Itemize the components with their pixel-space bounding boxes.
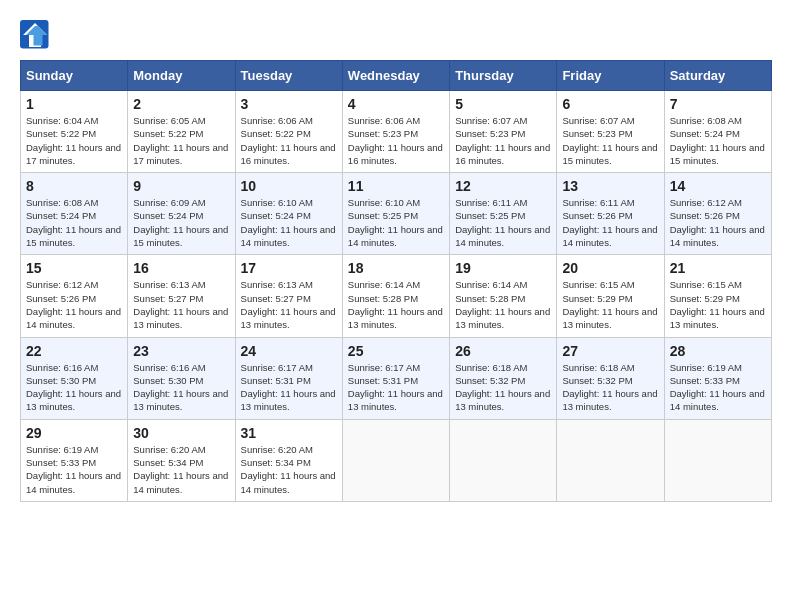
day-info: Sunrise: 6:14 AM Sunset: 5:28 PM Dayligh… (348, 278, 444, 331)
day-number: 19 (455, 260, 551, 276)
calendar-day-cell: 20 Sunrise: 6:15 AM Sunset: 5:29 PM Dayl… (557, 255, 664, 337)
day-number: 30 (133, 425, 229, 441)
day-number: 8 (26, 178, 122, 194)
weekday-header: Tuesday (235, 61, 342, 91)
calendar-day-cell: 23 Sunrise: 6:16 AM Sunset: 5:30 PM Dayl… (128, 337, 235, 419)
day-info: Sunrise: 6:11 AM Sunset: 5:26 PM Dayligh… (562, 196, 658, 249)
day-number: 25 (348, 343, 444, 359)
day-info: Sunrise: 6:06 AM Sunset: 5:23 PM Dayligh… (348, 114, 444, 167)
calendar-day-cell: 11 Sunrise: 6:10 AM Sunset: 5:25 PM Dayl… (342, 173, 449, 255)
day-info: Sunrise: 6:06 AM Sunset: 5:22 PM Dayligh… (241, 114, 337, 167)
calendar-day-cell: 12 Sunrise: 6:11 AM Sunset: 5:25 PM Dayl… (450, 173, 557, 255)
day-number: 17 (241, 260, 337, 276)
day-number: 31 (241, 425, 337, 441)
day-number: 7 (670, 96, 766, 112)
calendar-week-row: 22 Sunrise: 6:16 AM Sunset: 5:30 PM Dayl… (21, 337, 772, 419)
day-info: Sunrise: 6:16 AM Sunset: 5:30 PM Dayligh… (133, 361, 229, 414)
day-number: 15 (26, 260, 122, 276)
day-info: Sunrise: 6:08 AM Sunset: 5:24 PM Dayligh… (670, 114, 766, 167)
day-info: Sunrise: 6:19 AM Sunset: 5:33 PM Dayligh… (670, 361, 766, 414)
day-info: Sunrise: 6:11 AM Sunset: 5:25 PM Dayligh… (455, 196, 551, 249)
calendar-day-cell (664, 419, 771, 501)
calendar-day-cell: 31 Sunrise: 6:20 AM Sunset: 5:34 PM Dayl… (235, 419, 342, 501)
calendar-day-cell: 16 Sunrise: 6:13 AM Sunset: 5:27 PM Dayl… (128, 255, 235, 337)
logo (20, 20, 54, 50)
day-info: Sunrise: 6:17 AM Sunset: 5:31 PM Dayligh… (241, 361, 337, 414)
day-number: 10 (241, 178, 337, 194)
calendar-day-cell: 19 Sunrise: 6:14 AM Sunset: 5:28 PM Dayl… (450, 255, 557, 337)
day-info: Sunrise: 6:19 AM Sunset: 5:33 PM Dayligh… (26, 443, 122, 496)
weekday-header: Friday (557, 61, 664, 91)
day-number: 27 (562, 343, 658, 359)
day-number: 3 (241, 96, 337, 112)
calendar-day-cell: 5 Sunrise: 6:07 AM Sunset: 5:23 PM Dayli… (450, 91, 557, 173)
day-number: 4 (348, 96, 444, 112)
calendar-day-cell: 25 Sunrise: 6:17 AM Sunset: 5:31 PM Dayl… (342, 337, 449, 419)
calendar-day-cell: 13 Sunrise: 6:11 AM Sunset: 5:26 PM Dayl… (557, 173, 664, 255)
calendar-day-cell: 18 Sunrise: 6:14 AM Sunset: 5:28 PM Dayl… (342, 255, 449, 337)
calendar-day-cell: 10 Sunrise: 6:10 AM Sunset: 5:24 PM Dayl… (235, 173, 342, 255)
day-number: 26 (455, 343, 551, 359)
day-info: Sunrise: 6:20 AM Sunset: 5:34 PM Dayligh… (241, 443, 337, 496)
weekday-header: Sunday (21, 61, 128, 91)
calendar-day-cell (450, 419, 557, 501)
calendar-table: SundayMondayTuesdayWednesdayThursdayFrid… (20, 60, 772, 502)
calendar-day-cell (557, 419, 664, 501)
calendar-day-cell: 1 Sunrise: 6:04 AM Sunset: 5:22 PM Dayli… (21, 91, 128, 173)
day-info: Sunrise: 6:09 AM Sunset: 5:24 PM Dayligh… (133, 196, 229, 249)
day-number: 24 (241, 343, 337, 359)
day-info: Sunrise: 6:04 AM Sunset: 5:22 PM Dayligh… (26, 114, 122, 167)
day-info: Sunrise: 6:18 AM Sunset: 5:32 PM Dayligh… (562, 361, 658, 414)
weekday-header: Wednesday (342, 61, 449, 91)
calendar-week-row: 15 Sunrise: 6:12 AM Sunset: 5:26 PM Dayl… (21, 255, 772, 337)
day-info: Sunrise: 6:08 AM Sunset: 5:24 PM Dayligh… (26, 196, 122, 249)
day-number: 14 (670, 178, 766, 194)
weekday-header: Thursday (450, 61, 557, 91)
calendar-day-cell: 6 Sunrise: 6:07 AM Sunset: 5:23 PM Dayli… (557, 91, 664, 173)
day-info: Sunrise: 6:15 AM Sunset: 5:29 PM Dayligh… (670, 278, 766, 331)
calendar-header: SundayMondayTuesdayWednesdayThursdayFrid… (21, 61, 772, 91)
day-info: Sunrise: 6:18 AM Sunset: 5:32 PM Dayligh… (455, 361, 551, 414)
day-info: Sunrise: 6:20 AM Sunset: 5:34 PM Dayligh… (133, 443, 229, 496)
day-number: 12 (455, 178, 551, 194)
calendar-day-cell: 30 Sunrise: 6:20 AM Sunset: 5:34 PM Dayl… (128, 419, 235, 501)
calendar-day-cell: 29 Sunrise: 6:19 AM Sunset: 5:33 PM Dayl… (21, 419, 128, 501)
logo-icon (20, 20, 50, 50)
day-number: 16 (133, 260, 229, 276)
calendar-day-cell: 17 Sunrise: 6:13 AM Sunset: 5:27 PM Dayl… (235, 255, 342, 337)
day-info: Sunrise: 6:10 AM Sunset: 5:24 PM Dayligh… (241, 196, 337, 249)
day-number: 5 (455, 96, 551, 112)
day-info: Sunrise: 6:07 AM Sunset: 5:23 PM Dayligh… (455, 114, 551, 167)
calendar-body: 1 Sunrise: 6:04 AM Sunset: 5:22 PM Dayli… (21, 91, 772, 502)
day-info: Sunrise: 6:13 AM Sunset: 5:27 PM Dayligh… (241, 278, 337, 331)
day-number: 20 (562, 260, 658, 276)
calendar-day-cell: 4 Sunrise: 6:06 AM Sunset: 5:23 PM Dayli… (342, 91, 449, 173)
calendar-day-cell: 26 Sunrise: 6:18 AM Sunset: 5:32 PM Dayl… (450, 337, 557, 419)
day-number: 22 (26, 343, 122, 359)
calendar-day-cell: 3 Sunrise: 6:06 AM Sunset: 5:22 PM Dayli… (235, 91, 342, 173)
day-info: Sunrise: 6:05 AM Sunset: 5:22 PM Dayligh… (133, 114, 229, 167)
calendar-day-cell: 8 Sunrise: 6:08 AM Sunset: 5:24 PM Dayli… (21, 173, 128, 255)
calendar-day-cell: 14 Sunrise: 6:12 AM Sunset: 5:26 PM Dayl… (664, 173, 771, 255)
weekday-header-row: SundayMondayTuesdayWednesdayThursdayFrid… (21, 61, 772, 91)
calendar-day-cell: 15 Sunrise: 6:12 AM Sunset: 5:26 PM Dayl… (21, 255, 128, 337)
calendar-week-row: 8 Sunrise: 6:08 AM Sunset: 5:24 PM Dayli… (21, 173, 772, 255)
day-number: 1 (26, 96, 122, 112)
day-number: 11 (348, 178, 444, 194)
calendar-day-cell: 9 Sunrise: 6:09 AM Sunset: 5:24 PM Dayli… (128, 173, 235, 255)
day-info: Sunrise: 6:16 AM Sunset: 5:30 PM Dayligh… (26, 361, 122, 414)
day-number: 21 (670, 260, 766, 276)
day-number: 2 (133, 96, 229, 112)
day-number: 18 (348, 260, 444, 276)
weekday-header: Saturday (664, 61, 771, 91)
calendar-day-cell (342, 419, 449, 501)
day-info: Sunrise: 6:10 AM Sunset: 5:25 PM Dayligh… (348, 196, 444, 249)
day-info: Sunrise: 6:13 AM Sunset: 5:27 PM Dayligh… (133, 278, 229, 331)
day-number: 28 (670, 343, 766, 359)
calendar-day-cell: 24 Sunrise: 6:17 AM Sunset: 5:31 PM Dayl… (235, 337, 342, 419)
calendar-day-cell: 27 Sunrise: 6:18 AM Sunset: 5:32 PM Dayl… (557, 337, 664, 419)
calendar-week-row: 1 Sunrise: 6:04 AM Sunset: 5:22 PM Dayli… (21, 91, 772, 173)
weekday-header: Monday (128, 61, 235, 91)
day-number: 29 (26, 425, 122, 441)
day-info: Sunrise: 6:15 AM Sunset: 5:29 PM Dayligh… (562, 278, 658, 331)
